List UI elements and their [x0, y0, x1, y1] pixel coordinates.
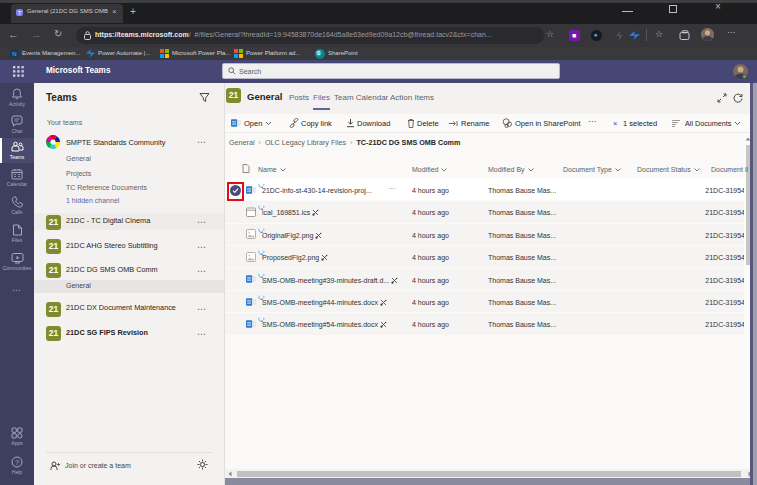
- svg-text:N: N: [12, 51, 16, 57]
- svg-text:T: T: [18, 10, 22, 16]
- svg-text:?: ?: [15, 459, 19, 466]
